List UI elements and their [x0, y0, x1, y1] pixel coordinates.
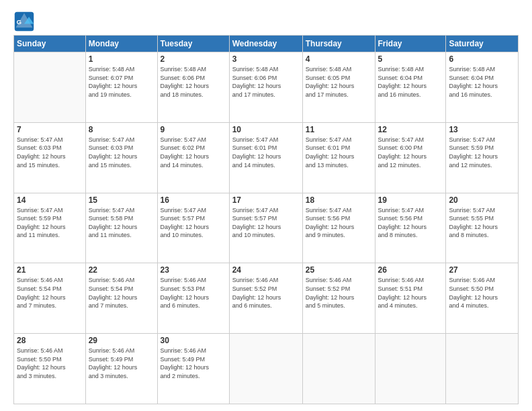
day-number: 12	[378, 125, 443, 134]
day-number: 17	[232, 195, 300, 205]
calendar-cell	[14, 52, 86, 123]
day-number: 18	[306, 195, 372, 205]
calendar-cell: 4Sunrise: 5:48 AM Sunset: 6:05 PM Daylig…	[302, 52, 375, 123]
calendar-header-tuesday: Tuesday	[157, 36, 229, 52]
day-number: 4	[306, 54, 372, 64]
calendar-cell: 6Sunrise: 5:48 AM Sunset: 6:04 PM Daylig…	[446, 52, 519, 123]
calendar-cell: 13Sunrise: 5:47 AM Sunset: 5:59 PM Dayli…	[446, 122, 519, 193]
day-info: Sunrise: 5:47 AM Sunset: 6:02 PM Dayligh…	[161, 136, 226, 169]
calendar-week-row: 1Sunrise: 5:48 AM Sunset: 6:07 PM Daylig…	[14, 52, 519, 123]
day-number: 10	[232, 125, 300, 134]
day-info: Sunrise: 5:46 AM Sunset: 5:54 PM Dayligh…	[17, 276, 83, 310]
calendar-cell: 8Sunrise: 5:47 AM Sunset: 6:03 PM Daylig…	[85, 122, 157, 193]
day-info: Sunrise: 5:46 AM Sunset: 5:54 PM Dayligh…	[89, 276, 154, 310]
calendar-cell	[229, 334, 302, 404]
day-number: 9	[161, 125, 226, 134]
calendar-header-wednesday: Wednesday	[229, 36, 302, 52]
day-info: Sunrise: 5:48 AM Sunset: 6:06 PM Dayligh…	[232, 65, 300, 99]
day-number: 8	[89, 125, 154, 134]
day-info: Sunrise: 5:47 AM Sunset: 6:01 PM Dayligh…	[232, 136, 300, 169]
calendar-header-row: SundayMondayTuesdayWednesdayThursdayFrid…	[14, 36, 519, 52]
day-number: 16	[161, 195, 226, 205]
calendar-cell: 16Sunrise: 5:47 AM Sunset: 5:57 PM Dayli…	[157, 193, 229, 263]
header: G	[13, 11, 519, 32]
day-info: Sunrise: 5:47 AM Sunset: 5:58 PM Dayligh…	[89, 206, 154, 240]
day-info: Sunrise: 5:47 AM Sunset: 6:00 PM Dayligh…	[378, 136, 443, 169]
day-info: Sunrise: 5:47 AM Sunset: 6:03 PM Dayligh…	[17, 136, 83, 169]
day-number: 23	[161, 265, 226, 275]
day-info: Sunrise: 5:48 AM Sunset: 6:07 PM Dayligh…	[89, 65, 154, 99]
day-info: Sunrise: 5:48 AM Sunset: 6:06 PM Dayligh…	[161, 65, 226, 99]
day-number: 26	[378, 265, 443, 275]
day-number: 6	[449, 54, 515, 64]
day-info: Sunrise: 5:48 AM Sunset: 6:05 PM Dayligh…	[306, 65, 372, 99]
calendar-header-thursday: Thursday	[302, 36, 375, 52]
day-number: 1	[89, 54, 154, 64]
calendar-header-saturday: Saturday	[446, 36, 519, 52]
calendar-cell: 7Sunrise: 5:47 AM Sunset: 6:03 PM Daylig…	[14, 122, 86, 193]
day-number: 27	[449, 265, 515, 275]
day-info: Sunrise: 5:48 AM Sunset: 6:04 PM Dayligh…	[378, 65, 443, 99]
day-info: Sunrise: 5:47 AM Sunset: 5:57 PM Dayligh…	[161, 206, 226, 240]
page: G SundayMondayTuesdayWednesdayThursdayFr…	[0, 0, 532, 411]
calendar-cell: 29Sunrise: 5:46 AM Sunset: 5:49 PM Dayli…	[85, 334, 157, 404]
day-number: 25	[306, 265, 372, 275]
day-number: 15	[89, 195, 154, 205]
day-info: Sunrise: 5:48 AM Sunset: 6:04 PM Dayligh…	[449, 65, 515, 99]
calendar-cell: 25Sunrise: 5:46 AM Sunset: 5:52 PM Dayli…	[302, 263, 375, 334]
day-info: Sunrise: 5:46 AM Sunset: 5:53 PM Dayligh…	[161, 276, 226, 310]
calendar-week-row: 7Sunrise: 5:47 AM Sunset: 6:03 PM Daylig…	[14, 122, 519, 193]
day-info: Sunrise: 5:46 AM Sunset: 5:52 PM Dayligh…	[306, 276, 372, 310]
calendar-cell: 17Sunrise: 5:47 AM Sunset: 5:57 PM Dayli…	[229, 193, 302, 263]
day-number: 2	[161, 54, 226, 64]
calendar-cell: 27Sunrise: 5:46 AM Sunset: 5:50 PM Dayli…	[446, 263, 519, 334]
calendar-cell: 18Sunrise: 5:47 AM Sunset: 5:56 PM Dayli…	[302, 193, 375, 263]
calendar-cell: 19Sunrise: 5:47 AM Sunset: 5:56 PM Dayli…	[375, 193, 446, 263]
day-info: Sunrise: 5:46 AM Sunset: 5:50 PM Dayligh…	[17, 347, 83, 380]
day-info: Sunrise: 5:46 AM Sunset: 5:50 PM Dayligh…	[449, 276, 515, 310]
day-number: 19	[378, 195, 443, 205]
calendar-cell: 24Sunrise: 5:46 AM Sunset: 5:52 PM Dayli…	[229, 263, 302, 334]
calendar-week-row: 28Sunrise: 5:46 AM Sunset: 5:50 PM Dayli…	[14, 334, 519, 404]
calendar-cell: 9Sunrise: 5:47 AM Sunset: 6:02 PM Daylig…	[157, 122, 229, 193]
calendar-cell: 26Sunrise: 5:46 AM Sunset: 5:51 PM Dayli…	[375, 263, 446, 334]
day-number: 3	[232, 54, 300, 64]
calendar-cell	[302, 334, 375, 404]
calendar-cell	[446, 334, 519, 404]
calendar-cell: 20Sunrise: 5:47 AM Sunset: 5:55 PM Dayli…	[446, 193, 519, 263]
calendar-header-sunday: Sunday	[14, 36, 86, 52]
day-number: 7	[17, 125, 83, 134]
day-info: Sunrise: 5:46 AM Sunset: 5:49 PM Dayligh…	[89, 347, 154, 380]
calendar-cell: 30Sunrise: 5:46 AM Sunset: 5:49 PM Dayli…	[157, 334, 229, 404]
calendar-cell	[375, 334, 446, 404]
day-info: Sunrise: 5:47 AM Sunset: 5:55 PM Dayligh…	[449, 206, 515, 240]
calendar-cell: 5Sunrise: 5:48 AM Sunset: 6:04 PM Daylig…	[375, 52, 446, 123]
day-info: Sunrise: 5:47 AM Sunset: 5:59 PM Dayligh…	[17, 206, 83, 240]
logo: G	[13, 11, 38, 32]
calendar-cell: 1Sunrise: 5:48 AM Sunset: 6:07 PM Daylig…	[85, 52, 157, 123]
day-number: 14	[17, 195, 83, 205]
calendar-week-row: 21Sunrise: 5:46 AM Sunset: 5:54 PM Dayli…	[14, 263, 519, 334]
day-number: 22	[89, 265, 154, 275]
day-info: Sunrise: 5:47 AM Sunset: 6:03 PM Dayligh…	[89, 136, 154, 169]
calendar-cell: 2Sunrise: 5:48 AM Sunset: 6:06 PM Daylig…	[157, 52, 229, 123]
calendar-cell: 14Sunrise: 5:47 AM Sunset: 5:59 PM Dayli…	[14, 193, 86, 263]
day-info: Sunrise: 5:47 AM Sunset: 5:56 PM Dayligh…	[378, 206, 443, 240]
calendar-cell: 12Sunrise: 5:47 AM Sunset: 6:00 PM Dayli…	[375, 122, 446, 193]
svg-text:G: G	[16, 18, 21, 26]
calendar-cell: 11Sunrise: 5:47 AM Sunset: 6:01 PM Dayli…	[302, 122, 375, 193]
calendar-cell: 28Sunrise: 5:46 AM Sunset: 5:50 PM Dayli…	[14, 334, 86, 404]
day-number: 20	[449, 195, 515, 205]
day-number: 13	[449, 125, 515, 134]
day-number: 5	[378, 54, 443, 64]
day-info: Sunrise: 5:46 AM Sunset: 5:51 PM Dayligh…	[378, 276, 443, 310]
day-number: 28	[17, 336, 83, 345]
day-info: Sunrise: 5:46 AM Sunset: 5:49 PM Dayligh…	[161, 347, 226, 380]
day-info: Sunrise: 5:47 AM Sunset: 5:56 PM Dayligh…	[306, 206, 372, 240]
calendar-cell: 10Sunrise: 5:47 AM Sunset: 6:01 PM Dayli…	[229, 122, 302, 193]
calendar-cell: 3Sunrise: 5:48 AM Sunset: 6:06 PM Daylig…	[229, 52, 302, 123]
calendar-cell: 21Sunrise: 5:46 AM Sunset: 5:54 PM Dayli…	[14, 263, 86, 334]
calendar-cell: 22Sunrise: 5:46 AM Sunset: 5:54 PM Dayli…	[85, 263, 157, 334]
logo-icon: G	[13, 11, 35, 32]
calendar-table: SundayMondayTuesdayWednesdayThursdayFrid…	[13, 35, 519, 404]
